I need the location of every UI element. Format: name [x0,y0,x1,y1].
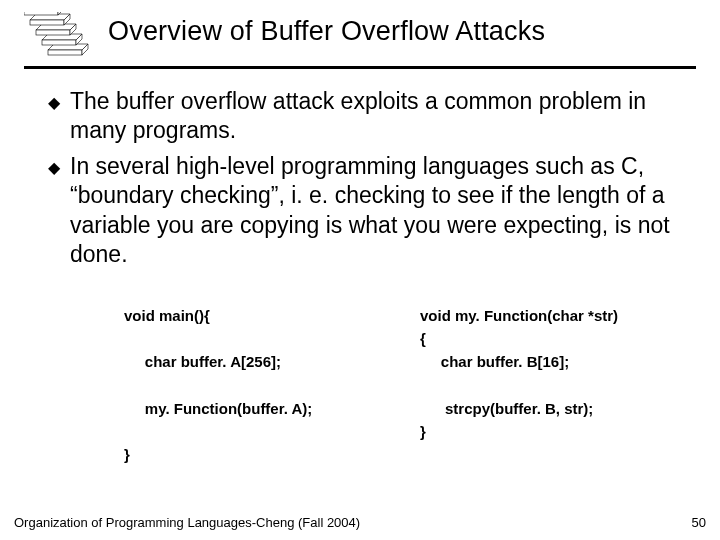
svg-rect-4 [42,40,76,45]
bullet-icon: ◆ [48,89,60,117]
slide-title: Overview of Buffer Overflow Attacks [108,16,545,47]
slide-header: Overview of Buffer Overflow Attacks [24,12,696,60]
footer-text: Organization of Programming Languages-Ch… [14,515,360,530]
code-left: void main(){ char buffer. A[256]; my. Fu… [124,304,380,467]
slide-footer: Organization of Programming Languages-Ch… [14,515,706,530]
code-right: void my. Function(char *str) { char buff… [420,304,676,467]
svg-rect-1 [48,50,82,55]
code-columns: void main(){ char buffer. A[256]; my. Fu… [24,304,696,467]
list-item: ◆ In several high-level programming lang… [48,152,686,270]
stacked-books-icon [24,12,96,60]
svg-rect-13 [24,12,58,15]
bullet-list: ◆ The buffer overflow attack exploits a … [24,87,696,270]
list-item: ◆ The buffer overflow attack exploits a … [48,87,686,146]
svg-rect-7 [36,30,70,35]
slide: Overview of Buffer Overflow Attacks ◆ Th… [0,0,720,540]
page-number: 50 [692,515,706,530]
title-underline [24,66,696,69]
bullet-text: The buffer overflow attack exploits a co… [70,87,686,146]
bullet-icon: ◆ [48,154,60,182]
svg-rect-10 [30,20,64,25]
bullet-text: In several high-level programming langua… [70,152,686,270]
